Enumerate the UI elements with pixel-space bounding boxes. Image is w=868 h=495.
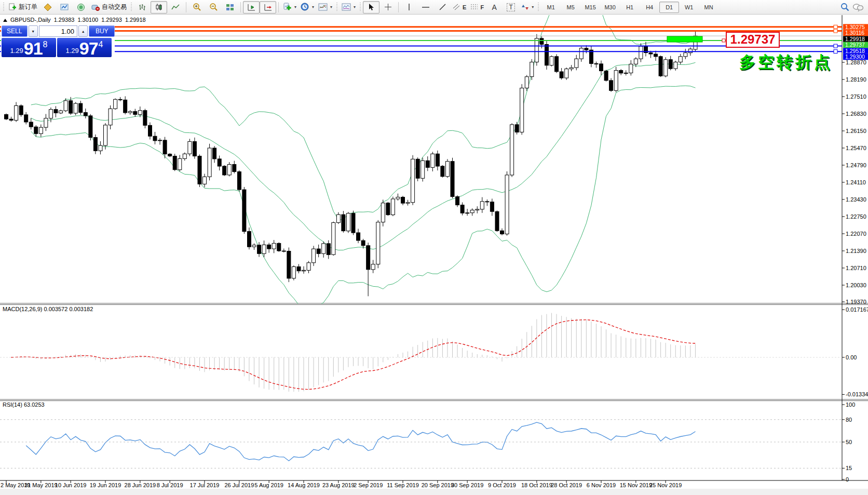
toolbar-grip[interactable] bbox=[537, 3, 539, 12]
hline-price-label-text: 1.29918 bbox=[845, 36, 865, 42]
chat-icon[interactable] bbox=[852, 3, 864, 11]
dropdown-caret-icon[interactable]: ▾ bbox=[294, 5, 296, 9]
hline-price-label-text: 1.30116 bbox=[845, 30, 864, 36]
buy-button[interactable]: BUY bbox=[89, 25, 115, 37]
text-label-tool[interactable]: T bbox=[503, 1, 519, 14]
dropdown-caret-icon[interactable]: ▾ bbox=[312, 5, 314, 9]
line-chart-button[interactable] bbox=[167, 1, 184, 14]
new-order-button[interactable]: 新订单 bbox=[6, 1, 39, 14]
date-label: 5 Aug 2019 bbox=[254, 482, 283, 488]
timeframe-w1[interactable]: W1 bbox=[679, 2, 699, 13]
symbol-period: GBPUSD-,Daily bbox=[10, 17, 51, 23]
channel-icon bbox=[453, 4, 460, 10]
data-window-button[interactable] bbox=[56, 1, 73, 14]
market-watch-button[interactable] bbox=[39, 1, 56, 14]
timeframe-h1[interactable]: H1 bbox=[620, 2, 640, 13]
timeframe-m30[interactable]: M30 bbox=[600, 2, 620, 13]
chart-canvas[interactable]: 1.288701.281901.275101.268301.261501.254… bbox=[0, 0, 868, 495]
zoom-in-icon bbox=[193, 3, 201, 11]
buy-price[interactable]: 1.29974 bbox=[57, 38, 112, 57]
toolbar-grip[interactable] bbox=[3, 3, 5, 12]
price-callout-label[interactable]: 1.29737 bbox=[726, 32, 780, 48]
dropdown-caret-icon[interactable]: ▾ bbox=[354, 5, 356, 9]
date-label: 23 Aug 2019 bbox=[322, 482, 355, 488]
one-click-trade-panel: SELL ▼ ▲ BUY 1.29918 1.29974 bbox=[1, 25, 115, 58]
horizontal-line-tool[interactable] bbox=[417, 1, 434, 14]
rsi-tick-label: 0 bbox=[846, 476, 849, 483]
toolbar-grip[interactable] bbox=[130, 3, 132, 12]
timeframe-m1[interactable]: M1 bbox=[541, 2, 561, 13]
toolbar-grip[interactable] bbox=[359, 3, 361, 12]
price-tick-label: 1.27510 bbox=[846, 93, 866, 100]
crosshair-button[interactable] bbox=[379, 1, 396, 14]
timeframe-m15[interactable]: M15 bbox=[580, 2, 600, 13]
arrows-icon bbox=[521, 4, 529, 11]
navigator-button[interactable] bbox=[73, 1, 89, 14]
price-tick-label: 1.19370 bbox=[846, 299, 866, 305]
buy-price-big: 97 bbox=[79, 40, 98, 57]
sell-price[interactable]: 1.29918 bbox=[2, 38, 56, 57]
periods-button[interactable]: ▾ bbox=[299, 1, 316, 14]
date-label: 19 Jun 2019 bbox=[90, 482, 121, 488]
timeframe-d1[interactable]: D1 bbox=[659, 2, 679, 13]
autotrading-button[interactable]: 自动交易 bbox=[89, 1, 129, 14]
date-label: 25 Nov 2019 bbox=[649, 482, 682, 488]
timeframe-h4[interactable]: H4 bbox=[640, 2, 659, 13]
toolbar-grip[interactable] bbox=[336, 3, 338, 12]
timeframe-mn[interactable]: MN bbox=[699, 2, 718, 13]
fibonacci-tool[interactable]: F bbox=[468, 1, 486, 14]
new-order-icon bbox=[8, 3, 17, 11]
bull-bear-turning-point-label: 多空转折点 bbox=[739, 51, 833, 73]
text-tool[interactable]: A bbox=[486, 1, 503, 14]
zoom-in-button[interactable] bbox=[188, 1, 205, 14]
equidistant-channel-tool[interactable]: E bbox=[451, 1, 468, 14]
chart-layout-icon bbox=[342, 3, 351, 11]
dropdown-caret-icon[interactable]: ▾ bbox=[532, 5, 534, 9]
volume-input[interactable] bbox=[39, 25, 77, 37]
hlines-layer[interactable] bbox=[0, 25, 842, 53]
date-label: 10 Jun 2019 bbox=[55, 482, 87, 488]
autotrading-icon bbox=[91, 3, 100, 11]
auto-scroll-button[interactable] bbox=[243, 1, 260, 14]
periods-clock-icon bbox=[301, 3, 309, 11]
price-tick-label: 1.26830 bbox=[846, 111, 866, 117]
sell-price-big: 91 bbox=[24, 40, 43, 57]
timeframe-m5[interactable]: M5 bbox=[561, 2, 580, 13]
new-order-label: 新订单 bbox=[19, 3, 37, 11]
rsi-tick-label: 100 bbox=[846, 402, 855, 408]
search-icon[interactable] bbox=[840, 3, 849, 11]
ohlc-low: 1.29293 bbox=[101, 17, 122, 23]
vertical-line-tool[interactable] bbox=[401, 1, 417, 14]
annotation-rectangle[interactable] bbox=[667, 36, 702, 42]
cursor-button[interactable] bbox=[363, 1, 379, 14]
price-tick-label: 1.24110 bbox=[846, 179, 866, 185]
volume-decrease-button[interactable]: ▼ bbox=[29, 25, 38, 37]
date-label: 17 Jul 2019 bbox=[190, 482, 220, 488]
tile-windows-button[interactable] bbox=[222, 1, 238, 14]
rsi-layer bbox=[26, 422, 695, 461]
bar-chart-button[interactable] bbox=[134, 1, 151, 14]
indicators-button[interactable]: ▾ bbox=[281, 1, 299, 14]
sell-price-pip: 8 bbox=[43, 40, 48, 49]
chart-title: GBPUSD-,Daily1.293831.301001.292931.2991… bbox=[3, 17, 149, 23]
autotrading-label: 自动交易 bbox=[102, 3, 127, 11]
text-label-glyph: T bbox=[507, 3, 514, 11]
volume-increase-button[interactable]: ▲ bbox=[78, 25, 88, 37]
chart-shift-button[interactable] bbox=[260, 1, 276, 14]
candlestick-chart-button[interactable] bbox=[151, 1, 167, 14]
candles-layer bbox=[5, 31, 698, 296]
rsi-tick-label: 15 bbox=[846, 465, 852, 471]
dropdown-caret-icon[interactable]: ▾ bbox=[330, 5, 332, 9]
sell-button[interactable]: SELL bbox=[2, 25, 28, 37]
buy-price-pip: 4 bbox=[99, 40, 103, 49]
zoom-out-button[interactable] bbox=[205, 1, 222, 14]
templates-button[interactable]: ▾ bbox=[316, 1, 334, 14]
date-label: 2 Sep 2019 bbox=[354, 482, 383, 488]
chart-layout-button[interactable]: ▾ bbox=[340, 1, 358, 14]
collapse-icon[interactable] bbox=[3, 19, 7, 22]
arrows-tool[interactable]: ▾ bbox=[519, 1, 536, 14]
rsi-tick-label: 50 bbox=[846, 439, 852, 445]
trendline-tool[interactable] bbox=[434, 1, 451, 14]
date-axis: 2 May 201931 May 201910 Jun 201919 Jun 2… bbox=[1, 480, 682, 488]
date-label: 18 Oct 2019 bbox=[521, 482, 552, 488]
